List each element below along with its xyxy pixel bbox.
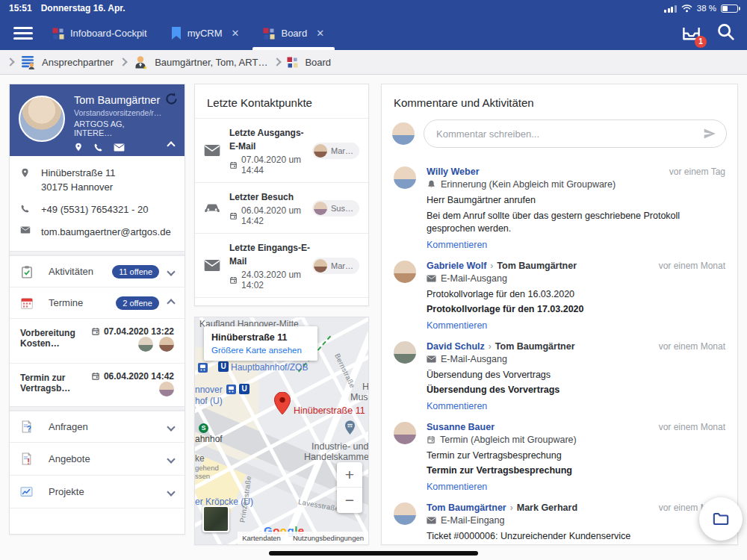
kontaktpunkt-row[interactable]: Letzte Ausgangs-E-Mail 07.04.2020 um 14:…	[195, 118, 368, 182]
section-aktivitaeten[interactable]: Aktivitäten 11 offene	[10, 255, 185, 287]
comment-line: Protokollvorlage für den 16.03.2020	[427, 288, 725, 302]
avatar	[314, 144, 327, 158]
map-label: Mus…	[350, 392, 369, 402]
person-chip[interactable]: Sus…	[312, 200, 359, 217]
app-grid-icon	[263, 28, 275, 40]
tab-label: Board	[281, 28, 307, 39]
kommentieren-link[interactable]: Kommentieren	[427, 401, 487, 411]
comment-author-link[interactable]: Susanne Bauer	[427, 422, 495, 432]
calendar-small-icon	[229, 161, 238, 169]
tab-close-icon[interactable]: ✕	[232, 28, 240, 39]
contact-company[interactable]: ARTGOS AG, INTERE…	[74, 119, 164, 137]
person-chip[interactable]: Mar…	[312, 143, 359, 159]
comment-author-link[interactable]: David Schulz	[427, 341, 485, 352]
search-button[interactable]	[716, 22, 735, 44]
mail-icon	[204, 144, 229, 157]
mail-icon	[204, 259, 229, 272]
chevron-right-icon	[119, 57, 127, 66]
comment-target: Tom Baumgärtner	[497, 261, 577, 271]
map-panel: Kaufland Hannover-Mitte U Hauptbahnhof/Z…	[194, 317, 369, 545]
tab-infoboard-cockpit[interactable]: Infoboard-Cockpit	[40, 16, 159, 50]
phone-icon[interactable]	[93, 143, 103, 152]
breadcrumb-item-ansprechpartner[interactable]: Ansprechpartner	[42, 57, 114, 68]
chevron-up-icon	[167, 299, 175, 307]
map-canvas[interactable]: Kaufland Hannover-Mitte U Hauptbahnhof/Z…	[195, 317, 368, 544]
comment-time: vor einem Monat	[651, 341, 725, 352]
comment-input[interactable]	[424, 119, 727, 148]
map-label: Handelskammer…	[304, 452, 369, 462]
section-termine[interactable]: Termine 2 offene	[10, 287, 185, 318]
contact-email[interactable]: tom.baumgaertner@artgos.de	[20, 225, 174, 240]
contact-address[interactable]: Hinüberstraße 1130175 Hannover	[20, 167, 174, 195]
tab-mycrm[interactable]: myCRM ✕	[159, 16, 252, 50]
calendar-small-icon	[91, 327, 100, 336]
kommentieren-link[interactable]: Kommentieren	[427, 320, 487, 331]
comment-subject: Ticket #0000006: Unzureichender Kundense…	[427, 530, 725, 544]
feed-item: Tom Baumgärtner › Mark Gerhard vor einem…	[382, 494, 737, 546]
section-projekte[interactable]: Projekte	[10, 475, 185, 508]
calendar-icon	[20, 296, 35, 310]
termin-entry[interactable]: Termin zur Vertragsb… 06.04.2020 14:42	[10, 363, 185, 406]
larger-map-link[interactable]: Größere Karte ansehen	[211, 346, 310, 355]
kontaktpunkt-row[interactable]: Letzte Eingangs-E-Mail 24.03.2020 um 14:…	[195, 233, 368, 298]
location-pin-icon[interactable]	[74, 142, 83, 152]
phone-icon	[20, 203, 32, 217]
panel-title: Letzte Kontaktpunkte	[195, 84, 368, 118]
comment-line: Protokollvorlage für den 17.03.2020	[427, 303, 725, 317]
zoom-out-button[interactable]: −	[337, 488, 362, 513]
kartendaten-link[interactable]: Kartendaten	[242, 534, 281, 542]
kontaktpunkt-row[interactable]: Letzter Besuch 06.04.2020 um 14:42 Sus…	[195, 182, 368, 233]
app-grid-icon	[52, 28, 64, 40]
comment-author-link[interactable]: Gabriele Wolf	[427, 261, 486, 271]
send-icon[interactable]	[703, 127, 716, 140]
menu-button[interactable]	[6, 16, 40, 50]
breadcrumb-item-board[interactable]: Board	[305, 57, 331, 68]
bell-icon	[427, 179, 436, 190]
open-count-badge: 11 offene	[112, 265, 159, 279]
home-indicator[interactable]	[269, 551, 478, 556]
map-label-transit: hof (U)	[195, 396, 223, 406]
section-label: Anfragen	[49, 421, 168, 432]
map-label-transit: Hauptbahnhof/ZOB	[231, 362, 308, 373]
refresh-icon[interactable]	[164, 92, 179, 106]
tab-close-icon[interactable]: ✕	[316, 28, 324, 39]
map-label: ssen	[195, 472, 210, 480]
wifi-icon	[681, 4, 692, 13]
contact-phone[interactable]: +49 (5531) 7654321 - 20	[20, 203, 174, 217]
app-grid-icon	[287, 57, 298, 68]
comment-author-link[interactable]: Willy Weber	[427, 167, 480, 177]
tram-icon	[226, 384, 236, 397]
comment-composer	[382, 116, 737, 158]
comment-type: E-Mail-Ausgang	[441, 354, 507, 364]
breadcrumb-item-contact[interactable]: Baumgärtner, Tom, ART…	[155, 57, 267, 68]
folder-fab-button[interactable]	[699, 497, 743, 541]
mail-icon	[427, 517, 436, 524]
mail-icon[interactable]	[114, 143, 125, 152]
kommentieren-link[interactable]: Kommentieren	[427, 240, 487, 250]
comment-author-link[interactable]: Tom Baumgärtner	[427, 503, 506, 513]
kommentieren-link[interactable]: Kommentieren	[427, 482, 487, 492]
person-chip[interactable]: Mar…	[312, 258, 359, 274]
document-question-icon: ?	[20, 420, 35, 433]
satellite-toggle-thumbnail[interactable]	[202, 505, 229, 532]
section-angebote[interactable]: ! Angebote	[10, 442, 185, 475]
tab-board[interactable]: Board ✕	[251, 16, 336, 50]
termin-entry[interactable]: Vorbereitung Kosten… 07.04.2020 13:22	[10, 318, 185, 363]
nutzungsbedingungen-link[interactable]: Nutzungsbedingungen	[293, 534, 364, 542]
map-pin-icon[interactable]	[274, 392, 291, 417]
map-label: ahnhof	[195, 434, 223, 444]
avatar	[159, 337, 174, 352]
zoom-in-button[interactable]: +	[337, 462, 362, 488]
comment-line: Übersendung des Vorvertrags	[427, 369, 725, 382]
notifications-button[interactable]: 1	[681, 23, 701, 44]
location-pin-icon	[20, 167, 32, 195]
map-label-transit: nnover	[195, 385, 223, 395]
comments-panel: Kommentare und Aktivitäten Willy Weber v…	[381, 84, 738, 545]
project-chart-icon	[20, 485, 35, 498]
collapse-chevron-icon[interactable]	[167, 141, 175, 149]
section-anfragen[interactable]: ? Anfragen	[10, 411, 185, 442]
chevron-down-icon	[167, 267, 175, 276]
avatar	[392, 122, 415, 145]
notification-badge: 1	[695, 36, 707, 48]
kontaktpunkt-label: Letzter Besuch	[229, 192, 294, 202]
